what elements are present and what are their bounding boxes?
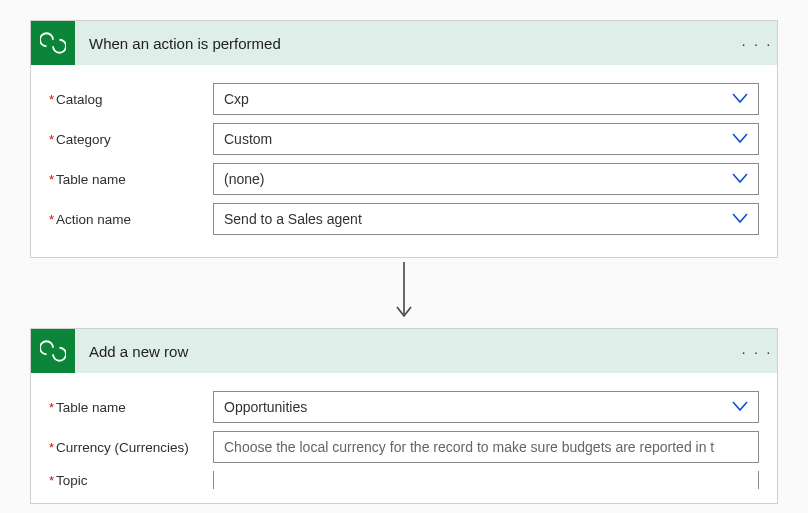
label-text: Table name bbox=[56, 172, 126, 187]
required-icon: * bbox=[49, 132, 54, 147]
category-dropdown[interactable]: Custom bbox=[213, 123, 759, 155]
required-icon: * bbox=[49, 473, 54, 488]
trigger-card-body: * Catalog Cxp * Category Custom bbox=[31, 65, 777, 257]
field-row-topic: * Topic bbox=[49, 471, 759, 489]
field-value: (none) bbox=[224, 171, 724, 187]
action-dropdown[interactable]: Send to a Sales agent bbox=[213, 203, 759, 235]
field-value: Custom bbox=[224, 131, 724, 147]
currency-input[interactable]: Choose the local currency for the record… bbox=[213, 431, 759, 463]
dataverse-icon bbox=[31, 329, 75, 373]
action-card-body: * Table name Opportunities * Currency (C… bbox=[31, 373, 777, 503]
required-icon: * bbox=[49, 92, 54, 107]
field-row-currency: * Currency (Currencies) Choose the local… bbox=[49, 431, 759, 463]
action-label: * Action name bbox=[49, 212, 213, 227]
chevron-down-icon bbox=[732, 171, 748, 187]
label-text: Currency (Currencies) bbox=[56, 440, 189, 455]
field-row-table: * Table name (none) bbox=[49, 163, 759, 195]
field-value: Cxp bbox=[224, 91, 724, 107]
trigger-card: When an action is performed · · · * Cata… bbox=[30, 20, 778, 258]
catalog-label: * Catalog bbox=[49, 92, 213, 107]
required-icon: * bbox=[49, 400, 54, 415]
required-icon: * bbox=[49, 212, 54, 227]
action-card-header[interactable]: Add a new row · · · bbox=[31, 329, 777, 373]
dataverse-icon bbox=[31, 21, 75, 65]
table2-label: * Table name bbox=[49, 400, 213, 415]
chevron-down-icon bbox=[732, 91, 748, 107]
action-card-title: Add a new row bbox=[75, 343, 737, 360]
label-text: Category bbox=[56, 132, 111, 147]
table-dropdown[interactable]: (none) bbox=[213, 163, 759, 195]
catalog-dropdown[interactable]: Cxp bbox=[213, 83, 759, 115]
label-text: Table name bbox=[56, 400, 126, 415]
trigger-card-title: When an action is performed bbox=[75, 35, 737, 52]
topic-input[interactable] bbox=[213, 471, 759, 489]
trigger-card-header[interactable]: When an action is performed · · · bbox=[31, 21, 777, 65]
field-row-catalog: * Catalog Cxp bbox=[49, 83, 759, 115]
action-card: Add a new row · · · * Table name Opportu… bbox=[30, 328, 778, 504]
chevron-down-icon bbox=[732, 211, 748, 227]
flow-connector-arrow bbox=[30, 258, 778, 328]
field-row-table2: * Table name Opportunities bbox=[49, 391, 759, 423]
chevron-down-icon bbox=[732, 399, 748, 415]
card-menu-button[interactable]: · · · bbox=[737, 35, 777, 52]
required-icon: * bbox=[49, 440, 54, 455]
label-text: Catalog bbox=[56, 92, 103, 107]
table-label: * Table name bbox=[49, 172, 213, 187]
field-placeholder: Choose the local currency for the record… bbox=[224, 439, 748, 455]
table2-dropdown[interactable]: Opportunities bbox=[213, 391, 759, 423]
field-row-action: * Action name Send to a Sales agent bbox=[49, 203, 759, 235]
category-label: * Category bbox=[49, 132, 213, 147]
field-row-category: * Category Custom bbox=[49, 123, 759, 155]
currency-label: * Currency (Currencies) bbox=[49, 440, 213, 455]
field-value: Send to a Sales agent bbox=[224, 211, 724, 227]
chevron-down-icon bbox=[732, 131, 748, 147]
label-text: Topic bbox=[56, 473, 88, 488]
topic-label: * Topic bbox=[49, 473, 213, 488]
field-value: Opportunities bbox=[224, 399, 724, 415]
label-text: Action name bbox=[56, 212, 131, 227]
card-menu-button[interactable]: · · · bbox=[737, 343, 777, 360]
required-icon: * bbox=[49, 172, 54, 187]
